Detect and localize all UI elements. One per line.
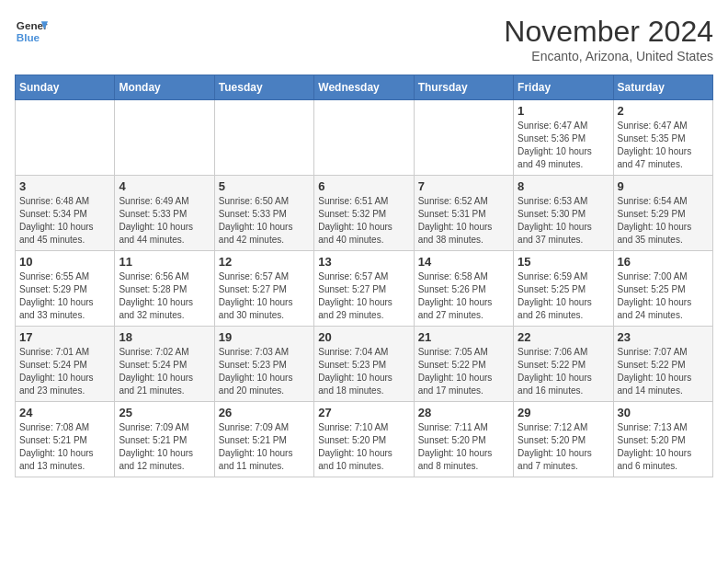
day-number: 18 bbox=[119, 330, 210, 344]
day-info: Sunrise: 7:13 AM Sunset: 5:20 PM Dayligh… bbox=[618, 421, 709, 473]
day-number: 13 bbox=[318, 255, 409, 269]
day-number: 11 bbox=[119, 255, 210, 269]
calendar-cell: 14Sunrise: 6:58 AM Sunset: 5:26 PM Dayli… bbox=[414, 251, 513, 327]
calendar-cell: 9Sunrise: 6:54 AM Sunset: 5:29 PM Daylig… bbox=[613, 176, 712, 251]
day-number: 3 bbox=[19, 179, 110, 193]
day-info: Sunrise: 7:02 AM Sunset: 5:24 PM Dayligh… bbox=[119, 346, 210, 397]
day-number: 29 bbox=[518, 406, 609, 419]
calendar-cell: 30Sunrise: 7:13 AM Sunset: 5:20 PM Dayli… bbox=[613, 402, 712, 477]
day-info: Sunrise: 6:53 AM Sunset: 5:30 PM Dayligh… bbox=[518, 195, 609, 247]
day-number: 19 bbox=[219, 330, 310, 344]
calendar-cell: 16Sunrise: 7:00 AM Sunset: 5:25 PM Dayli… bbox=[613, 251, 712, 327]
calendar-cell: 6Sunrise: 6:51 AM Sunset: 5:32 PM Daylig… bbox=[314, 176, 414, 251]
day-number: 17 bbox=[19, 330, 110, 344]
calendar-cell: 18Sunrise: 7:02 AM Sunset: 5:24 PM Dayli… bbox=[115, 327, 214, 402]
day-number: 6 bbox=[318, 179, 409, 193]
day-number: 2 bbox=[618, 104, 709, 118]
day-number: 1 bbox=[518, 104, 609, 118]
day-number: 23 bbox=[618, 330, 709, 344]
calendar-cell: 10Sunrise: 6:55 AM Sunset: 5:29 PM Dayli… bbox=[16, 251, 115, 327]
calendar-week-row: 1Sunrise: 6:47 AM Sunset: 5:36 PM Daylig… bbox=[16, 100, 713, 176]
calendar-cell bbox=[314, 100, 414, 176]
calendar-cell: 4Sunrise: 6:49 AM Sunset: 5:33 PM Daylig… bbox=[115, 176, 214, 251]
calendar-cell: 1Sunrise: 6:47 AM Sunset: 5:36 PM Daylig… bbox=[514, 100, 613, 176]
day-info: Sunrise: 7:10 AM Sunset: 5:20 PM Dayligh… bbox=[318, 421, 409, 473]
calendar-cell bbox=[414, 100, 513, 176]
calendar-cell bbox=[214, 100, 313, 176]
location: Encanto, Arizona, United States bbox=[504, 49, 713, 63]
weekday-header: Friday bbox=[514, 75, 613, 100]
calendar-cell: 19Sunrise: 7:03 AM Sunset: 5:23 PM Dayli… bbox=[214, 327, 313, 402]
calendar-week-row: 17Sunrise: 7:01 AM Sunset: 5:24 PM Dayli… bbox=[16, 327, 713, 402]
weekday-header: Saturday bbox=[613, 75, 712, 100]
day-number: 27 bbox=[318, 406, 409, 419]
day-info: Sunrise: 7:06 AM Sunset: 5:22 PM Dayligh… bbox=[518, 346, 609, 397]
day-number: 5 bbox=[219, 179, 310, 193]
day-number: 25 bbox=[119, 406, 210, 419]
day-info: Sunrise: 7:07 AM Sunset: 5:22 PM Dayligh… bbox=[618, 346, 709, 397]
day-number: 8 bbox=[518, 179, 609, 193]
day-number: 7 bbox=[418, 179, 509, 193]
calendar-cell: 12Sunrise: 6:57 AM Sunset: 5:27 PM Dayli… bbox=[214, 251, 313, 327]
day-info: Sunrise: 6:48 AM Sunset: 5:34 PM Dayligh… bbox=[19, 195, 110, 247]
calendar-cell: 26Sunrise: 7:09 AM Sunset: 5:21 PM Dayli… bbox=[214, 402, 313, 477]
calendar-table: SundayMondayTuesdayWednesdayThursdayFrid… bbox=[15, 75, 713, 477]
day-number: 22 bbox=[518, 330, 609, 344]
calendar-cell: 7Sunrise: 6:52 AM Sunset: 5:31 PM Daylig… bbox=[414, 176, 513, 251]
calendar-cell: 29Sunrise: 7:12 AM Sunset: 5:20 PM Dayli… bbox=[514, 402, 613, 477]
svg-text:Blue: Blue bbox=[17, 31, 40, 43]
weekday-header: Thursday bbox=[414, 75, 513, 100]
header: General Blue November 2024 Encanto, Ariz… bbox=[15, 15, 713, 63]
calendar-cell: 3Sunrise: 6:48 AM Sunset: 5:34 PM Daylig… bbox=[16, 176, 115, 251]
day-number: 10 bbox=[19, 255, 110, 269]
day-info: Sunrise: 6:58 AM Sunset: 5:26 PM Dayligh… bbox=[418, 270, 509, 322]
day-number: 12 bbox=[219, 255, 310, 269]
day-info: Sunrise: 7:11 AM Sunset: 5:20 PM Dayligh… bbox=[418, 421, 509, 473]
day-info: Sunrise: 6:57 AM Sunset: 5:27 PM Dayligh… bbox=[318, 270, 409, 322]
day-number: 30 bbox=[618, 406, 709, 419]
day-number: 20 bbox=[318, 330, 409, 344]
day-info: Sunrise: 6:49 AM Sunset: 5:33 PM Dayligh… bbox=[119, 195, 210, 247]
calendar-cell: 8Sunrise: 6:53 AM Sunset: 5:30 PM Daylig… bbox=[514, 176, 613, 251]
calendar-week-row: 10Sunrise: 6:55 AM Sunset: 5:29 PM Dayli… bbox=[16, 251, 713, 327]
day-info: Sunrise: 6:52 AM Sunset: 5:31 PM Dayligh… bbox=[418, 195, 509, 247]
calendar-cell: 27Sunrise: 7:10 AM Sunset: 5:20 PM Dayli… bbox=[314, 402, 414, 477]
day-info: Sunrise: 7:03 AM Sunset: 5:23 PM Dayligh… bbox=[219, 346, 310, 397]
day-number: 15 bbox=[518, 255, 609, 269]
calendar-cell: 20Sunrise: 7:04 AM Sunset: 5:23 PM Dayli… bbox=[314, 327, 414, 402]
day-info: Sunrise: 6:59 AM Sunset: 5:25 PM Dayligh… bbox=[518, 270, 609, 322]
weekday-header: Tuesday bbox=[214, 75, 313, 100]
title-area: November 2024 Encanto, Arizona, United S… bbox=[504, 15, 713, 63]
day-info: Sunrise: 6:50 AM Sunset: 5:33 PM Dayligh… bbox=[219, 195, 310, 247]
day-info: Sunrise: 7:09 AM Sunset: 5:21 PM Dayligh… bbox=[119, 421, 210, 473]
day-info: Sunrise: 7:04 AM Sunset: 5:23 PM Dayligh… bbox=[318, 346, 409, 397]
day-info: Sunrise: 7:01 AM Sunset: 5:24 PM Dayligh… bbox=[19, 346, 110, 397]
weekday-row: SundayMondayTuesdayWednesdayThursdayFrid… bbox=[16, 75, 713, 100]
day-info: Sunrise: 6:56 AM Sunset: 5:28 PM Dayligh… bbox=[119, 270, 210, 322]
day-number: 28 bbox=[418, 406, 509, 419]
logo-icon: General Blue bbox=[15, 15, 48, 48]
day-info: Sunrise: 7:12 AM Sunset: 5:20 PM Dayligh… bbox=[518, 421, 609, 473]
day-info: Sunrise: 6:55 AM Sunset: 5:29 PM Dayligh… bbox=[19, 270, 110, 322]
day-info: Sunrise: 6:47 AM Sunset: 5:35 PM Dayligh… bbox=[618, 120, 709, 171]
month-title: November 2024 bbox=[504, 15, 713, 49]
calendar-cell: 13Sunrise: 6:57 AM Sunset: 5:27 PM Dayli… bbox=[314, 251, 414, 327]
day-info: Sunrise: 6:51 AM Sunset: 5:32 PM Dayligh… bbox=[318, 195, 409, 247]
calendar-cell: 24Sunrise: 7:08 AM Sunset: 5:21 PM Dayli… bbox=[16, 402, 115, 477]
calendar-cell: 11Sunrise: 6:56 AM Sunset: 5:28 PM Dayli… bbox=[115, 251, 214, 327]
day-info: Sunrise: 7:08 AM Sunset: 5:21 PM Dayligh… bbox=[19, 421, 110, 473]
calendar-cell bbox=[16, 100, 115, 176]
calendar-header: SundayMondayTuesdayWednesdayThursdayFrid… bbox=[16, 75, 713, 100]
day-info: Sunrise: 7:05 AM Sunset: 5:22 PM Dayligh… bbox=[418, 346, 509, 397]
day-number: 9 bbox=[618, 179, 709, 193]
day-number: 4 bbox=[119, 179, 210, 193]
calendar-cell: 28Sunrise: 7:11 AM Sunset: 5:20 PM Dayli… bbox=[414, 402, 513, 477]
calendar-cell: 25Sunrise: 7:09 AM Sunset: 5:21 PM Dayli… bbox=[115, 402, 214, 477]
day-info: Sunrise: 6:47 AM Sunset: 5:36 PM Dayligh… bbox=[518, 120, 609, 171]
calendar-week-row: 24Sunrise: 7:08 AM Sunset: 5:21 PM Dayli… bbox=[16, 402, 713, 477]
day-info: Sunrise: 7:09 AM Sunset: 5:21 PM Dayligh… bbox=[219, 421, 310, 473]
calendar-cell bbox=[115, 100, 214, 176]
day-number: 26 bbox=[219, 406, 310, 419]
day-number: 14 bbox=[418, 255, 509, 269]
day-info: Sunrise: 6:57 AM Sunset: 5:27 PM Dayligh… bbox=[219, 270, 310, 322]
